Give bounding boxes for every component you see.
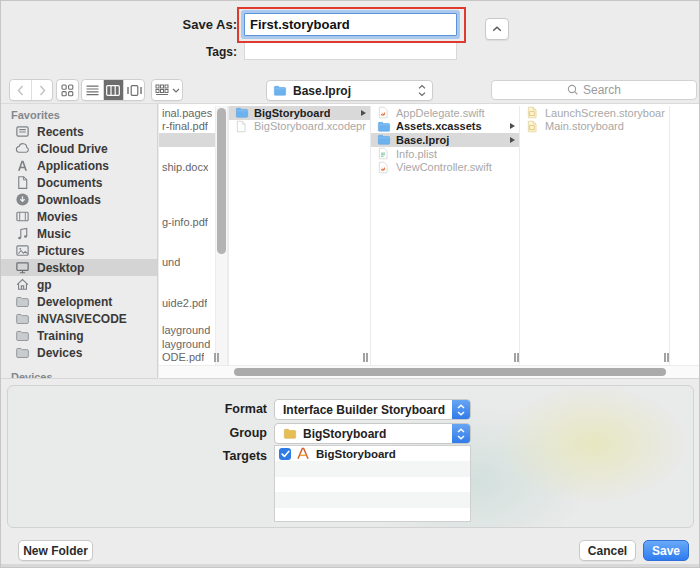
sidebar-item-applications[interactable]: Applications <box>1 157 157 174</box>
back-button[interactable] <box>10 80 31 100</box>
dialog-bottom-edge <box>1 564 699 567</box>
column-resize-handle[interactable] <box>214 353 219 362</box>
file-name: LaunchScreen.storyboard <box>545 107 665 119</box>
sidebar-item-pictures[interactable]: Pictures <box>1 242 157 259</box>
plist-icon <box>377 147 392 160</box>
sidebar-item-gp[interactable]: gp <box>1 276 157 293</box>
swift-icon <box>377 161 392 174</box>
file-row-launchscreen-storyboard[interactable]: LaunchScreen.storyboard <box>520 106 669 120</box>
sidebar-sections: FavoritesRecentsiCloud DriveApplications… <box>1 107 157 379</box>
stepper-white-icon <box>457 428 465 440</box>
sidebar-item-music[interactable]: Music <box>1 225 157 242</box>
folder-icon <box>14 345 30 361</box>
sidebar-item-training[interactable]: Training <box>1 327 157 344</box>
file-row-info-plist[interactable]: Info.plist <box>371 147 519 161</box>
group-label: Group <box>8 426 267 440</box>
sidebar-item-documents[interactable]: Documents <box>1 174 157 191</box>
pictures-icon <box>14 243 30 259</box>
view-mode-segmented-control <box>81 79 145 101</box>
desktop-icon <box>14 260 30 276</box>
save-dialog: Save As: Tags: Base.lproj Search Favorit… <box>0 0 700 568</box>
collapse-dialog-button[interactable] <box>485 18 509 40</box>
file-name: BigStoryboard <box>254 107 330 119</box>
target-empty-row <box>275 492 470 507</box>
column-view-button[interactable] <box>103 80 124 100</box>
group-stepper <box>452 423 470 444</box>
sidebar-item-devices[interactable]: Devices <box>1 344 157 361</box>
search-input[interactable]: Search <box>491 80 697 100</box>
folder-icon <box>14 311 30 327</box>
sidebar-item-icloud-drive[interactable]: iCloud Drive <box>1 140 157 157</box>
sidebar-item-invasivecode[interactable]: iNVASIVECODE <box>1 310 157 327</box>
file-name: inal.pages <box>162 107 212 119</box>
horizontal-scrollbar-track <box>159 365 700 378</box>
sidebar-item-recents[interactable]: Recents <box>1 123 157 140</box>
sidebar-item-downloads[interactable]: Downloads <box>1 191 157 208</box>
sidebar-item-development[interactable]: Development <box>1 293 157 310</box>
cancel-button[interactable]: Cancel <box>579 540 636 561</box>
home-icon <box>14 277 30 293</box>
cloud-icon <box>14 141 30 157</box>
sidebar-section-title: Favorites <box>1 107 157 123</box>
swift-icon <box>377 106 392 119</box>
gallery-view-button[interactable] <box>123 80 144 100</box>
sidebar-section-title: Devices <box>1 369 157 379</box>
file-row-base-lproj[interactable]: Base.lproj <box>371 133 519 147</box>
save-button[interactable]: Save <box>643 540 689 561</box>
file-row-assets-xcassets[interactable]: Assets.xcassets <box>371 120 519 134</box>
new-folder-button[interactable]: New Folder <box>18 540 93 561</box>
target-row-bigstoryboard[interactable]: BigStoryboard <box>275 446 470 461</box>
group-by-button[interactable] <box>151 79 183 101</box>
tags-input[interactable] <box>244 42 457 60</box>
file-name: Base.lproj <box>396 134 449 146</box>
column-resize-handle[interactable] <box>363 353 368 362</box>
movies-icon <box>14 209 30 225</box>
file-name: ODE.pdf <box>162 351 204 363</box>
sidebar-item-movies[interactable]: Movies <box>1 208 157 225</box>
list-view-button[interactable] <box>82 80 103 100</box>
chevron-down-small-icon <box>172 88 180 93</box>
sidebar-item-label: gp <box>37 278 52 292</box>
blue-folder-icon <box>377 133 392 146</box>
target-label: BigStoryboard <box>316 448 396 460</box>
column-resize-handle[interactable] <box>664 353 669 362</box>
sidebar-item-label: Pictures <box>37 244 84 258</box>
icon-view-button[interactable] <box>56 79 79 101</box>
file-row-appdelegate-swift[interactable]: AppDelegate.swift <box>371 106 519 120</box>
browser-column-4: LaunchScreen.storyboardMain.storyboard <box>520 106 670 365</box>
file-row-bigstoryboard[interactable]: BigStoryboard <box>229 106 370 120</box>
yellow-folder-icon <box>283 427 297 440</box>
format-dropdown[interactable]: Interface Builder Storyboard <box>274 399 471 420</box>
format-value: Interface Builder Storyboard <box>283 403 445 417</box>
file-name: Main.storyboard <box>545 120 624 132</box>
popup-stepper-icon <box>418 84 426 97</box>
checkbox-checked[interactable] <box>279 448 291 460</box>
current-folder-popup[interactable]: Base.lproj <box>266 80 433 101</box>
file-row-main-storyboard[interactable]: Main.storyboard <box>520 120 669 134</box>
sidebar: FavoritesRecentsiCloud DriveApplications… <box>1 104 158 379</box>
documents-icon <box>14 175 30 191</box>
file-name: AppDelegate.swift <box>396 107 485 119</box>
sidebar-item-label: iCloud Drive <box>37 142 108 156</box>
targets-list: BigStoryboard <box>274 445 471 522</box>
sidebar-item-desktop[interactable]: Desktop <box>1 259 157 276</box>
group-dropdown[interactable]: BigStoryboard <box>274 423 471 444</box>
target-empty-row <box>275 477 470 492</box>
group-by-icon <box>155 84 169 96</box>
column-view-icon <box>106 85 120 96</box>
sidebar-item-label: Documents <box>37 176 102 190</box>
file-row-viewcontroller-swift[interactable]: ViewController.swift <box>371 160 519 174</box>
file-name: ViewController.swift <box>396 161 492 173</box>
horizontal-scrollbar-thumb[interactable] <box>234 368 666 376</box>
column-resize-handle[interactable] <box>514 353 519 362</box>
save-as-label: Save As: <box>1 17 237 32</box>
vertical-scrollbar-thumb[interactable] <box>217 108 226 254</box>
nav-button-group <box>9 79 53 101</box>
forward-button[interactable] <box>31 80 52 100</box>
downloads-icon <box>14 192 30 208</box>
save-as-input[interactable] <box>244 13 457 36</box>
file-row-bigstoryboard-xcodeproj[interactable]: BigStoryboard.xcodeproj <box>229 120 370 134</box>
folder-icon <box>14 328 30 344</box>
file-name: layground <box>162 324 210 336</box>
target-icon <box>296 447 312 461</box>
